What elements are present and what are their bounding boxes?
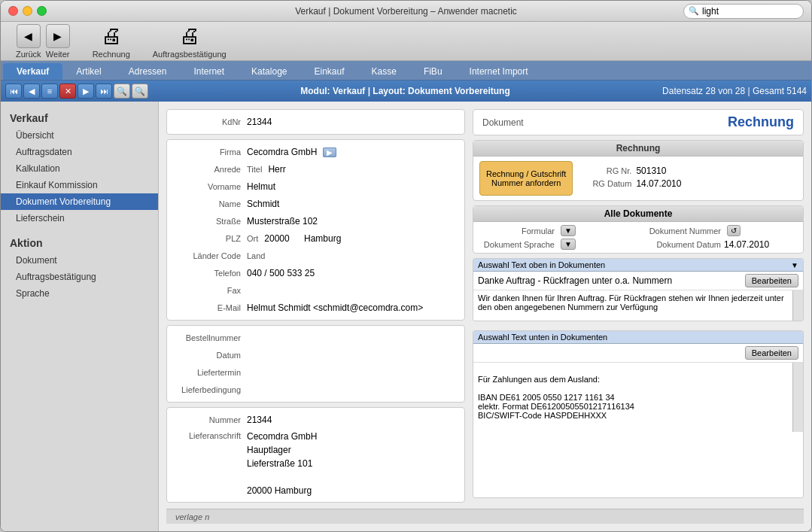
- tab-adressen[interactable]: Adressen: [115, 63, 181, 80]
- auftragsbestaetigung-label: Auftragsbestätigung: [153, 50, 227, 59]
- tab-internet-import[interactable]: Internet Import: [456, 63, 542, 80]
- text-oben-arrow[interactable]: ▼: [791, 261, 798, 269]
- sidebar-item-kalkulation[interactable]: Kalkulation: [1, 160, 158, 177]
- anrede-row: Anrede Titel Herr: [173, 162, 458, 177]
- sidebar-item-dokument[interactable]: Dokument: [1, 252, 158, 269]
- bottom-bar: verlage n: [166, 509, 804, 524]
- text-oben-header: Auswahl Text oben in Dokumenten ▼: [473, 259, 803, 272]
- bearbeiten1-button[interactable]: Bearbeiten: [745, 274, 798, 287]
- firma-label: Firma: [173, 147, 241, 157]
- bearbeiten2-button[interactable]: Bearbeiten: [745, 346, 798, 360]
- firma-expand-button[interactable]: ▶: [323, 147, 336, 157]
- tab-artikel[interactable]: Artikel: [62, 63, 114, 80]
- tab-einkauf[interactable]: Einkauf: [300, 63, 357, 80]
- dokument-header: Dokument Rechnung: [473, 109, 804, 135]
- minimize-button[interactable]: [23, 6, 32, 16]
- delete-button[interactable]: ✕: [59, 84, 76, 99]
- text-unten-header: Auswahl Text unten in Dokumenten: [473, 331, 803, 344]
- strasse-value: Musterstraße 102: [247, 216, 458, 226]
- rg-datum-value: 14.07.2010: [636, 178, 681, 189]
- formular-label: Formular: [479, 226, 555, 236]
- dokument-title: Rechnung: [728, 114, 794, 130]
- search-icon: 🔍: [689, 6, 699, 16]
- nummer-row: Nummer 21344: [173, 412, 458, 427]
- bottom-label: verlage n: [175, 512, 209, 521]
- rg-btn-line2: Nummer anfordern: [486, 178, 566, 187]
- sidebar-section-aktion: Aktion Dokument Auftragsbestätigung Spra…: [1, 234, 158, 302]
- rg-nr-value: 501310: [636, 166, 666, 176]
- liefertermin-label: Liefertermin: [173, 368, 241, 377]
- text-oben-scrollbar[interactable]: [792, 290, 803, 321]
- order-group: Bestellnummer Datum Liefertermin Li: [166, 325, 465, 403]
- zoom-out-button[interactable]: 🔍: [114, 84, 130, 99]
- firma-value: Cecomdra GmbH ▶: [247, 147, 458, 157]
- formular-dropdown[interactable]: ▼: [561, 225, 576, 236]
- right-panel: KdNr 21344 Firma Cecomdra GmbH ▶: [159, 102, 811, 531]
- sidebar-item-einkauf-kommission[interactable]: Einkauf Kommission: [1, 177, 158, 193]
- rechnung-label: Rechnung: [93, 50, 130, 59]
- prev-record-button[interactable]: ◀: [23, 84, 40, 99]
- forward-button[interactable]: ▶ Weiter: [46, 24, 70, 59]
- telefon-row: Telefon 040 / 500 533 25: [173, 266, 458, 281]
- dokument-label: Dokument: [482, 117, 524, 128]
- dok-nummer-label: Dokument Nummer: [638, 226, 721, 236]
- zoom-in-button[interactable]: 🔍: [132, 84, 148, 99]
- back-button[interactable]: ◀ Zurück: [16, 24, 41, 59]
- tab-kataloge[interactable]: Kataloge: [238, 63, 300, 80]
- anrede-label: Anrede: [173, 165, 241, 174]
- nummer-label: Nummer: [173, 415, 241, 424]
- vorname-label: Vorname: [173, 182, 241, 191]
- search-input[interactable]: [702, 6, 792, 17]
- main-content: Verkauf Übersicht Auftragsdaten Kalkulat…: [1, 102, 811, 531]
- sidebar-section-verkauf: Verkauf Übersicht Auftragsdaten Kalkulat…: [1, 109, 158, 226]
- close-button[interactable]: [8, 6, 18, 16]
- printer2-icon: 🖨: [178, 24, 202, 48]
- text-unten-scrollbar[interactable]: [792, 363, 803, 432]
- bestellnummer-row: Bestellnummer: [173, 330, 458, 345]
- datum-label: Datum: [173, 351, 241, 360]
- laender-code-label: Länder Code: [173, 251, 241, 260]
- rechnung-row: Rechnung / Gutschrift Nummer anfordern R…: [479, 161, 797, 196]
- sidebar-title-verkauf: Verkauf: [1, 109, 158, 127]
- tab-internet[interactable]: Internet: [180, 63, 238, 80]
- search-box[interactable]: 🔍: [683, 4, 804, 19]
- sidebar-item-ubersicht[interactable]: Übersicht: [1, 127, 158, 144]
- lieferbedingung-label: Lieferbedingung: [173, 385, 241, 394]
- next-record-button[interactable]: ▶: [78, 84, 94, 99]
- rechnung-button[interactable]: 🖨 Rechnung: [93, 24, 130, 59]
- rg-nr-row: RG Nr. 501310: [579, 166, 797, 176]
- tab-fibu[interactable]: FiBu: [410, 63, 456, 80]
- rg-nummer-button[interactable]: Rechnung / Gutschrift Nummer anfordern: [479, 161, 573, 196]
- last-record-button[interactable]: ⏭: [96, 84, 112, 99]
- lieferanschrift-value: Cecomdra GmbH Hauptlager Lieferstraße 10…: [247, 430, 317, 497]
- back-icon: ◀: [17, 24, 41, 48]
- plz-label: PLZ: [173, 234, 241, 243]
- rechnung-section-title: Rechnung: [473, 141, 803, 157]
- sidebar-item-sprache[interactable]: Sprache: [1, 285, 158, 302]
- sidebar-item-dokument-vorbereitung[interactable]: Dokument Vorbereitung: [1, 193, 158, 210]
- sidebar-item-lieferschein[interactable]: Lieferschein: [1, 210, 158, 226]
- list-button[interactable]: ≡: [41, 84, 58, 99]
- first-record-button[interactable]: ⏮: [5, 84, 22, 99]
- sidebar-item-auftragsdaten[interactable]: Auftragsdaten: [1, 144, 158, 160]
- vorname-value: Helmut: [247, 181, 458, 192]
- fax-row: Fax: [173, 283, 458, 298]
- tab-verkauf[interactable]: Verkauf: [3, 63, 62, 80]
- text-oben-section: Auswahl Text oben in Dokumenten ▼ Danke …: [473, 258, 804, 321]
- record-label: Datensatz 28 von 28 | Gesamt 5144: [662, 86, 807, 96]
- auftragsbestaetigung-button[interactable]: 🖨 Auftragsbestätigung: [153, 24, 227, 59]
- maximize-button[interactable]: [37, 6, 47, 16]
- dok-nummer-refresh[interactable]: ↺: [727, 225, 741, 236]
- nummer-value: 21344: [247, 415, 458, 425]
- alle-dokumente-section: Alle Dokumente Formular ▼ Dokument Numme…: [473, 205, 804, 254]
- plz-value: 20000: [264, 233, 289, 244]
- sidebar-item-auftragsbestaetigung[interactable]: Auftragsbestätigung: [1, 269, 158, 285]
- dok-sprache-dropdown[interactable]: ▼: [561, 239, 576, 250]
- text-unten-label: Auswahl Text unten in Dokumenten: [478, 333, 798, 342]
- lieferanschrift-row: Lieferanschrift Cecomdra GmbH Hauptlager…: [173, 430, 458, 497]
- text-oben-label: Auswahl Text oben in Dokumenten: [478, 260, 791, 269]
- tab-kasse[interactable]: Kasse: [358, 63, 410, 80]
- email-label: E-Mail: [173, 303, 241, 312]
- firma-row: Firma Cecomdra GmbH ▶: [173, 144, 458, 160]
- kdnr-row: KdNr 21344: [173, 114, 458, 129]
